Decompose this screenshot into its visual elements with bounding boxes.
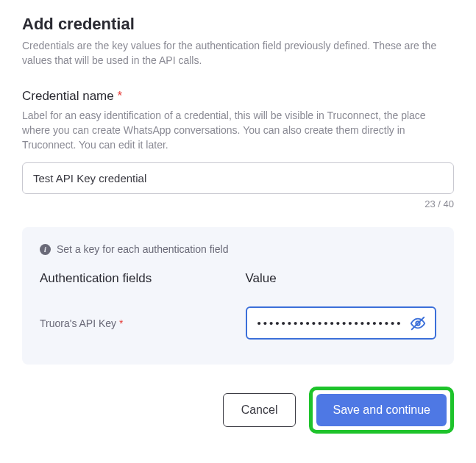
panel-hint-text: Set a key for each authentication field (57, 243, 228, 255)
page-title: Add credential (22, 15, 454, 34)
credential-name-label-text: Credential name (22, 89, 114, 103)
save-button[interactable]: Save and continue (316, 394, 447, 426)
required-asterisk: * (117, 89, 122, 103)
value-header: Value (246, 271, 437, 286)
credential-name-label: Credential name * (22, 89, 454, 104)
cancel-button[interactable]: Cancel (223, 393, 296, 427)
auth-fields-header: Authentication fields (40, 271, 231, 286)
auth-fields-panel: i Set a key for each authentication fiel… (22, 227, 454, 365)
panel-hint: i Set a key for each authentication fiel… (40, 243, 436, 255)
credential-name-input[interactable] (22, 162, 454, 194)
page-subtitle: Credentials are the key values for the a… (22, 38, 454, 68)
credential-name-section: Credential name * Label for an easy iden… (22, 89, 454, 210)
info-icon: i (40, 244, 51, 255)
char-counter: 23 / 40 (22, 198, 454, 209)
auth-row-label-text: Truora's API Key (40, 317, 116, 329)
toggle-visibility-button[interactable] (407, 312, 429, 334)
highlight-box: Save and continue (309, 387, 454, 434)
auth-row-label: Truora's API Key * (40, 317, 231, 329)
required-asterisk: * (119, 317, 123, 329)
eye-off-icon (410, 315, 426, 331)
api-key-input-wrap (246, 306, 437, 340)
credential-name-help: Label for an easy identification of a cr… (22, 108, 454, 153)
actions-row: Cancel Save and continue (22, 387, 454, 434)
